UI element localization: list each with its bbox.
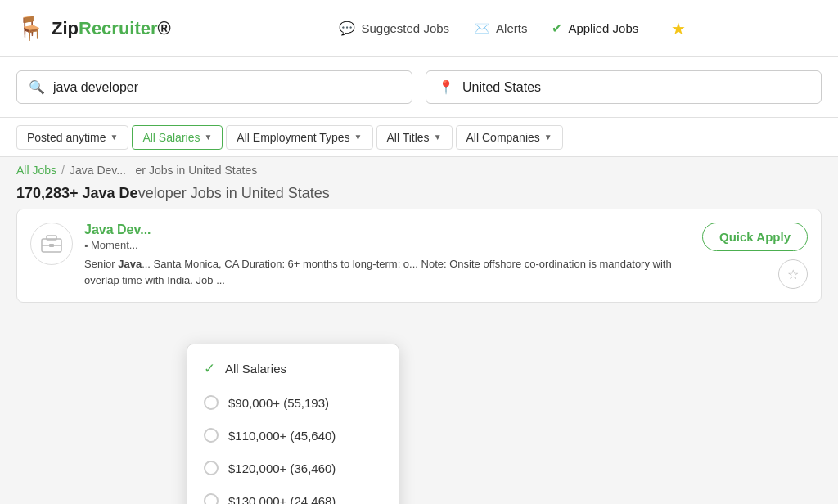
logo-text: ZipRecruiter® xyxy=(52,18,171,39)
svg-rect-3 xyxy=(49,244,54,247)
filter-bar: Posted anytime ▼ All Salaries ▼ All Empl… xyxy=(0,118,838,157)
salary-option-110k[interactable]: $110,000+ (45,640) xyxy=(187,419,399,452)
salary-selected-check-icon: ✓ xyxy=(204,360,215,377)
salary-110k-label: $110,000+ (45,640) xyxy=(228,429,336,443)
applied-jobs-icon: ✔ xyxy=(552,20,562,36)
logo[interactable]: 🪑 ZipRecruiter® xyxy=(16,15,171,42)
filter-companies[interactable]: All Companies ▼ xyxy=(456,125,563,150)
filter-salary-label: All Salaries xyxy=(142,131,200,144)
job-info: Java Dev... ▪ Moment... Senior Java... S… xyxy=(84,223,691,289)
header: 🪑 ZipRecruiter® 💬 Suggested Jobs ✉️ Aler… xyxy=(0,0,838,57)
filter-employment-label: All Employment Types xyxy=(237,131,349,144)
company-name: Moment... xyxy=(91,239,138,251)
search-icon: 🔍 xyxy=(29,79,45,95)
filter-titles-label: All Titles xyxy=(387,131,430,144)
job-card: Java Dev... ▪ Moment... Senior Java... S… xyxy=(16,209,822,303)
salary-option-120k[interactable]: $120,000+ (36,460) xyxy=(187,452,399,484)
job-search-input[interactable] xyxy=(53,80,400,95)
salary-90k-label: $90,000+ (55,193) xyxy=(228,396,329,410)
alerts-icon: ✉️ xyxy=(474,20,490,36)
location-search-input[interactable] xyxy=(462,80,809,95)
nav-alerts-label: Alerts xyxy=(496,21,527,35)
salary-option-130k[interactable]: $130,000+ (24,468) xyxy=(187,484,399,504)
breadcrumb: All Jobs / Java Dev... er Jobs in United… xyxy=(0,157,838,183)
filter-employment-arrow-icon: ▼ xyxy=(354,133,363,142)
save-star-icon: ☆ xyxy=(787,267,799,282)
filter-companies-arrow-icon: ▼ xyxy=(544,133,552,142)
job-description: Senior Java... Santa Monica, CA Duration… xyxy=(84,256,691,288)
salary-120k-label: $120,000+ (36,460) xyxy=(228,461,336,475)
filter-companies-label: All Companies xyxy=(466,131,540,144)
filter-titles-arrow-icon: ▼ xyxy=(434,133,442,142)
breadcrumb-current: Java Dev... er Jobs in United States xyxy=(70,164,257,177)
quick-apply-button[interactable]: Quick Apply xyxy=(702,223,808,251)
salary-option-90k[interactable]: $90,000+ (55,193) xyxy=(187,386,399,419)
filter-posted-anytime[interactable]: Posted anytime ▼ xyxy=(16,125,128,150)
filter-employment-types[interactable]: All Employment Types ▼ xyxy=(226,125,372,150)
filter-posted-arrow-icon: ▼ xyxy=(110,133,119,142)
nav-suggested-label: Suggested Jobs xyxy=(361,21,449,35)
salary-120k-radio xyxy=(204,461,219,475)
svg-rect-1 xyxy=(47,236,56,240)
filter-posted-label: Posted anytime xyxy=(27,131,106,144)
favorites-star-icon[interactable]: ★ xyxy=(671,19,686,38)
salary-130k-label: $130,000+ (24,468) xyxy=(228,494,336,505)
nav-suggested-jobs[interactable]: 💬 Suggested Jobs xyxy=(339,20,449,36)
salary-option-all[interactable]: ✓ All Salaries xyxy=(187,351,399,386)
search-section: 🔍 📍 xyxy=(0,57,838,118)
job-actions: Quick Apply ☆ xyxy=(702,223,808,289)
salary-dropdown: ✓ All Salaries $90,000+ (55,193) $110,00… xyxy=(187,344,399,504)
company-logo xyxy=(30,223,73,265)
nav-applied-label: Applied Jobs xyxy=(568,21,638,35)
job-title[interactable]: Java Dev... xyxy=(84,223,691,237)
nav-alerts[interactable]: ✉️ Alerts xyxy=(474,20,527,36)
filter-titles[interactable]: All Titles ▼ xyxy=(376,125,453,150)
filter-all-salaries[interactable]: All Salaries ▼ xyxy=(132,125,223,150)
location-icon: 📍 xyxy=(438,79,454,95)
salary-130k-radio xyxy=(204,493,219,504)
salary-all-label: All Salaries xyxy=(225,362,286,376)
job-search-box[interactable]: 🔍 xyxy=(16,70,412,104)
result-subtitle: veloper Jobs in United States xyxy=(138,185,330,201)
content-area: All Jobs / Java Dev... er Jobs in United… xyxy=(0,157,838,303)
main-content: Java Dev... ▪ Moment... Senior Java... S… xyxy=(0,209,838,303)
nav-applied-jobs[interactable]: ✔ Applied Jobs xyxy=(552,20,638,36)
logo-chair-icon: 🪑 xyxy=(16,15,45,42)
salary-90k-radio xyxy=(204,395,219,410)
salary-110k-radio xyxy=(204,428,219,443)
breadcrumb-all-jobs[interactable]: All Jobs xyxy=(16,164,56,177)
nav-items: 💬 Suggested Jobs ✉️ Alerts ✔ Applied Job… xyxy=(204,19,822,38)
filter-salary-arrow-icon: ▼ xyxy=(204,133,212,142)
location-search-box[interactable]: 📍 xyxy=(426,70,822,104)
result-count: 170,283+ Java De xyxy=(16,185,138,201)
result-heading: 170,283+ Java Developer Jobs in United S… xyxy=(0,183,838,209)
breadcrumb-separator: / xyxy=(61,164,65,177)
save-job-button[interactable]: ☆ xyxy=(778,259,808,289)
suggested-jobs-icon: 💬 xyxy=(339,20,355,36)
job-company: ▪ Moment... xyxy=(84,239,691,251)
